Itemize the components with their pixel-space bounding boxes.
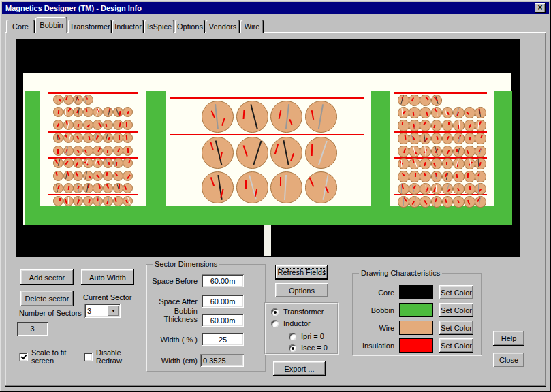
wire-turn — [53, 95, 63, 105]
tab-vendors[interactable]: Vendors — [206, 20, 240, 33]
transformer-radio[interactable] — [271, 308, 279, 316]
wire-turn — [442, 158, 454, 169]
insulation-set-color-button[interactable]: Set Color — [439, 338, 473, 353]
wire-mark — [88, 199, 90, 203]
transformer-radio-label: Transformer — [283, 308, 324, 316]
chevron-down-icon[interactable]: ▼ — [108, 305, 119, 316]
wire-turn — [431, 196, 443, 208]
refresh-fields-button[interactable]: Refresh Fields — [275, 265, 328, 280]
wire-turn — [63, 95, 74, 105]
tab-isspice[interactable]: IsSpice — [144, 20, 174, 33]
wire-mark — [108, 137, 110, 140]
wire-mark — [423, 121, 426, 125]
tab-transformer[interactable]: Transformer — [68, 20, 112, 33]
wire-mark — [411, 97, 414, 101]
wire-set-color-button[interactable]: Set Color — [439, 321, 473, 335]
wire-turn — [103, 183, 113, 193]
wire-mark — [278, 110, 281, 119]
wire-mark — [426, 185, 427, 191]
wire-turn — [464, 171, 475, 182]
insulation-line — [394, 118, 487, 118]
close-button[interactable]: Close — [493, 353, 524, 368]
wire-mark — [128, 160, 130, 163]
wire-color-swatch — [399, 321, 433, 335]
inductor-radio-label: Inductor — [283, 319, 311, 327]
wire-mark — [85, 108, 87, 112]
wire-mark — [467, 200, 470, 205]
isec-radio[interactable] — [289, 344, 296, 352]
tab-bobbin[interactable]: Bobbin — [35, 17, 67, 33]
scale-to-fit-label: Scale to fit screen — [31, 348, 76, 365]
wire-turn — [453, 133, 465, 144]
window-close-button[interactable]: × — [535, 3, 546, 13]
wire-mark — [255, 189, 258, 197]
wire-turn — [409, 171, 420, 182]
wire-turn — [431, 95, 443, 106]
wire-turn — [442, 133, 454, 144]
ipri-radio[interactable] — [289, 333, 296, 340]
wire-mark — [415, 173, 416, 177]
space-before-label: Space Before — [146, 277, 198, 285]
wire-turn — [53, 158, 63, 168]
wire-turn — [475, 133, 486, 144]
width-percent-label: Width ( % ) — [146, 336, 198, 344]
window: Magnetics Designer (TM) - Design Info × … — [0, 0, 551, 392]
title-bar[interactable]: Magnetics Designer (TM) - Design Info × — [2, 2, 549, 14]
bobbin-set-color-button[interactable]: Set Color — [439, 303, 473, 317]
space-before-field[interactable]: 60.00m — [202, 274, 244, 287]
bobbin-cross-section-drawing — [16, 39, 520, 257]
inductor-radio[interactable] — [271, 320, 279, 327]
core-set-color-button[interactable]: Set Color — [439, 285, 473, 299]
wire-turn — [270, 137, 302, 169]
wire-mark — [115, 173, 118, 176]
wire-turn — [103, 158, 113, 168]
wire-mark — [456, 149, 458, 152]
wire-turn — [83, 133, 93, 143]
wire-mark — [126, 122, 127, 127]
scale-to-fit-checkbox[interactable] — [19, 353, 28, 361]
wire-color-label: Wire — [352, 324, 394, 332]
wire-mark — [78, 124, 79, 127]
wire-turn — [453, 171, 465, 182]
tab-inductor[interactable]: Inductor — [112, 20, 144, 33]
radio-dot-icon — [274, 311, 277, 314]
wire-turn — [305, 172, 337, 203]
disable-redraw-checkbox[interactable] — [84, 353, 93, 361]
wire-turn — [453, 158, 465, 169]
wire-mark — [56, 123, 59, 127]
add-sector-button[interactable]: Add sector — [20, 270, 74, 285]
wire-mark — [436, 136, 438, 140]
wire-mark — [426, 112, 428, 116]
wire-turn — [63, 133, 74, 143]
wire-mark — [125, 200, 128, 203]
wire-mark — [67, 185, 69, 189]
wire-turn — [431, 171, 443, 182]
auto-width-button[interactable]: Auto Width — [81, 270, 134, 285]
wire-turn — [464, 196, 475, 208]
space-after-field[interactable]: 60.00m — [202, 295, 244, 308]
help-button[interactable]: Help — [493, 331, 524, 346]
wire-mark — [55, 172, 57, 176]
wire-turn — [113, 183, 123, 193]
tab-core[interactable]: Core — [6, 20, 35, 33]
current-sector-dropdown[interactable]: 3 ▼ — [84, 304, 121, 318]
insulation-line — [48, 169, 138, 169]
export-button[interactable]: Export ... — [273, 361, 326, 376]
bobbin-shape — [25, 206, 512, 225]
tab-options[interactable]: Options — [175, 20, 205, 33]
wire-mark — [469, 186, 471, 190]
wire-turn — [398, 158, 409, 169]
wire-turn — [202, 101, 234, 133]
wire-mark — [309, 176, 315, 188]
wire-mark — [243, 110, 245, 119]
delete-sector-button[interactable]: Delete sector — [20, 291, 74, 306]
bobbin-thickness-field[interactable]: 60.00m — [202, 314, 244, 327]
wire-mark — [415, 122, 417, 129]
options-button[interactable]: Options — [275, 283, 328, 297]
width-percent-field[interactable]: 25 — [202, 333, 244, 346]
tab-wire[interactable]: Wire — [240, 20, 264, 33]
number-of-sectors-label: Number of Sectors — [19, 309, 82, 317]
wire-mark — [127, 148, 129, 153]
wire-mark — [106, 150, 108, 153]
wire-mark — [126, 135, 127, 140]
